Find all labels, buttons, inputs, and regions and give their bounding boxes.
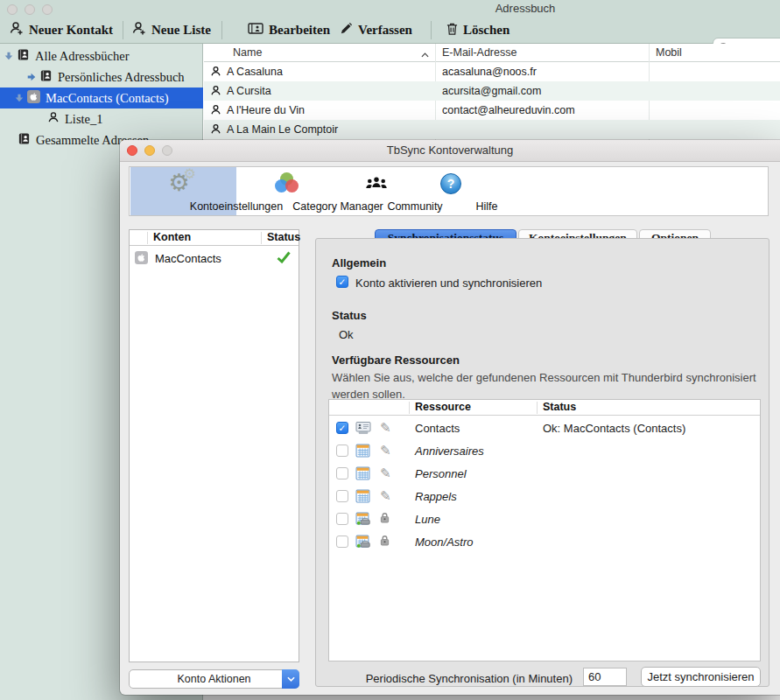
column-divider: [409, 402, 410, 414]
resources-table-header: Ressource Status: [329, 400, 760, 416]
status-ok-check-icon: [277, 251, 291, 266]
account-name: MacContacts: [155, 252, 221, 265]
accounts-header-status[interactable]: Status: [267, 231, 300, 243]
column-header-name[interactable]: Name: [233, 46, 262, 59]
sidebar-item-personal-addressbook[interactable]: Persönliches Adressbuch: [0, 66, 203, 88]
sidebar-item-label: Alle Adressbücher: [35, 49, 130, 64]
enable-account-label: Konto aktivieren und synchronisieren: [355, 276, 542, 290]
resource-checkbox[interactable]: [336, 513, 348, 525]
status-heading: Status: [332, 309, 367, 322]
contact-name: A La Main Le Comptoir: [227, 123, 338, 136]
toolbar-item-help[interactable]: ? Hilfe: [415, 167, 487, 215]
contact-row[interactable]: A l'Heure du Vin contact@alheureduvin.co…: [204, 101, 780, 120]
contact-row[interactable]: A Casaluna acasaluna@noos.fr: [204, 62, 780, 81]
toolbar-item-label: Hilfe: [451, 200, 523, 213]
toolbar-item-community[interactable]: Community: [338, 167, 415, 215]
resource-checkbox[interactable]: ✓: [336, 422, 348, 434]
edit-pencil-icon[interactable]: ✎: [380, 466, 391, 481]
person-add-icon: [131, 21, 146, 39]
resource-row-lune: Lune: [329, 508, 760, 531]
sync-now-label: Jetzt synchronisieren: [647, 670, 754, 683]
collapse-arrow-icon[interactable]: [4, 51, 14, 61]
zoom-window-button[interactable]: [42, 4, 53, 15]
resource-name: Moon/Astro: [415, 536, 473, 549]
close-window-button[interactable]: [7, 4, 18, 15]
new-list-button[interactable]: Neue Liste: [131, 18, 211, 43]
toolbar-item-category-manager[interactable]: Category Manager: [236, 167, 338, 215]
contacts-table-header: Name E-Mail-Adresse Mobil: [204, 44, 780, 62]
gears-icon: ⚙⚙: [130, 169, 236, 199]
screen: Adressbuch Neuer Kontakt Neue Liste Bear…: [0, 0, 780, 700]
toolbar-item-account-settings[interactable]: ⚙⚙ Kontoeinstellungen: [130, 167, 236, 215]
account-actions-dropdown[interactable]: Konto Aktionen: [129, 669, 299, 689]
contact-email: acursita@gmail.com: [442, 85, 541, 97]
collapse-arrow-icon[interactable]: [14, 93, 25, 103]
sidebar-item-all-addressbooks[interactable]: Alle Adressbücher: [0, 46, 203, 66]
resource-checkbox[interactable]: [336, 536, 348, 548]
accounts-header-name[interactable]: Konten: [153, 231, 191, 243]
resource-row-personnel: ✎ Personnel: [329, 463, 760, 486]
edit-pencil-icon[interactable]: ✎: [380, 420, 391, 436]
edit-pencil-icon[interactable]: ✎: [380, 488, 391, 504]
contact-email: contact@alheureduvin.com: [442, 104, 575, 116]
expand-arrow-icon[interactable]: [26, 72, 37, 82]
column-divider: [261, 232, 262, 244]
toolbar-separator: [123, 21, 123, 39]
person-icon: [210, 123, 221, 135]
calendar-icon: [355, 489, 370, 503]
pencil-icon: [340, 22, 353, 38]
contact-name: A Casaluna: [227, 66, 283, 78]
sync-now-button[interactable]: Jetzt synchronisieren: [641, 667, 761, 687]
sidebar-item-liste1[interactable]: Liste_1: [0, 108, 203, 130]
person-add-icon: [9, 21, 24, 39]
column-divider[interactable]: [649, 44, 650, 62]
column-header-mobil[interactable]: Mobil: [656, 46, 682, 59]
calendar-icon: [355, 444, 370, 458]
delete-button[interactable]: Löschen: [446, 18, 509, 43]
enable-account-checkbox[interactable]: ✓: [336, 276, 348, 288]
resource-row-rappels: ✎ Rappels: [329, 486, 760, 508]
resource-checkbox[interactable]: [336, 467, 348, 480]
dialog-titlebar: TbSync Kontoverwaltung: [120, 140, 780, 162]
account-row-maccontacts[interactable]: MacContacts: [130, 249, 299, 267]
resource-column-header: Ressource: [415, 401, 471, 413]
resource-row-moon-astro: Moon/Astro: [329, 531, 760, 554]
resource-name: Anniversaires: [415, 444, 484, 458]
edit-pencil-icon[interactable]: ✎: [380, 443, 391, 458]
compose-button[interactable]: Verfassen: [340, 18, 412, 43]
delete-label: Löschen: [463, 23, 509, 38]
resource-row-anniversaires: ✎ Anniversaires: [329, 440, 760, 463]
addressbook-icon: [17, 48, 30, 65]
general-heading: Allgemein: [332, 256, 386, 270]
new-list-label: Neue Liste: [151, 23, 211, 38]
chevron-down-icon: [282, 669, 299, 689]
calendar-readonly-icon: [355, 535, 370, 549]
resource-row-contacts: ✓ ✎ Contacts Ok: MacContacts (Contacts): [329, 417, 760, 440]
periodic-sync-label: Periodische Synchronisation (in Minuten): [366, 672, 573, 685]
sidebar-item-maccontacts[interactable]: MacContacts (Contacts): [0, 88, 203, 108]
column-header-email[interactable]: E-Mail-Adresse: [442, 46, 516, 59]
trash-icon: [446, 22, 458, 39]
resource-checkbox[interactable]: [336, 444, 348, 457]
apple-icon: [27, 90, 40, 107]
contact-name: A l'Heure du Vin: [227, 104, 305, 116]
column-divider[interactable]: [435, 44, 436, 62]
sidebar-item-label: Persönliches Adressbuch: [58, 70, 185, 85]
new-contact-button[interactable]: Neuer Kontakt: [9, 18, 113, 43]
contact-email: acasaluna@noos.fr: [442, 66, 537, 78]
resource-checkbox[interactable]: [336, 490, 348, 502]
minimize-window-button[interactable]: [25, 4, 35, 15]
resource-name: Personnel: [415, 467, 467, 480]
compose-label: Verfassen: [358, 23, 412, 38]
calendar-readonly-icon: [355, 512, 370, 526]
periodic-sync-input[interactable]: [583, 668, 627, 686]
column-divider: [147, 232, 148, 244]
account-actions-label: Konto Aktionen: [177, 673, 250, 685]
category-circles-icon: [236, 169, 338, 199]
contact-row[interactable]: A La Main Le Comptoir: [204, 120, 780, 139]
contact-row[interactable]: A Cursita acursita@gmail.com: [204, 81, 780, 101]
addressbook-toolbar: Neuer Kontakt Neue Liste Bearbeiten Verf…: [0, 18, 780, 44]
resources-heading: Verfügbare Ressourcen: [332, 354, 460, 367]
toolbar-separator: [431, 21, 432, 39]
edit-button[interactable]: Bearbeiten: [248, 18, 330, 43]
